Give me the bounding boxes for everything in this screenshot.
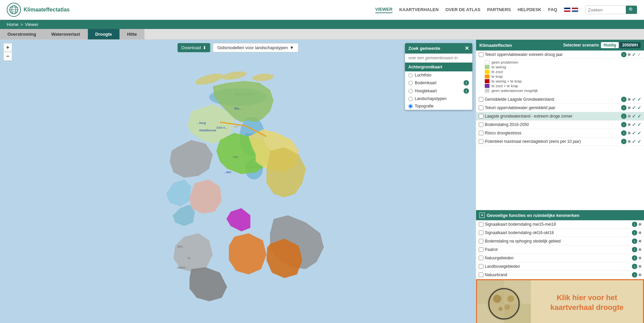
radio-luchtfoto[interactable]: Luchtfoto (405, 71, 472, 79)
layer-row-paalrot: Paalrot i (476, 246, 644, 254)
slider-dot-signaalkaart-okt[interactable] (639, 231, 641, 234)
info-btn-tekort-gemiddeld[interactable]: i (621, 105, 626, 110)
kaart-story-panel[interactable]: Klik hier voor het kaartverhaal droogte (476, 279, 644, 323)
radio-topografie-input[interactable] (408, 104, 413, 108)
slider-dot-bodemdaling-stedelijk[interactable] (639, 240, 641, 243)
check-2050-laagste-grondwater[interactable]: ✓ (637, 114, 641, 119)
slider-dot-signaalkaart-mei[interactable] (639, 223, 641, 226)
slider-dot-natuurbrand[interactable] (639, 273, 641, 276)
layer-checkbox-natuurgebieden[interactable] (479, 256, 483, 260)
check-huidig-risico-droogte[interactable]: ✓ (632, 130, 636, 136)
radio-luchtfoto-input[interactable] (408, 73, 413, 77)
layer-checkbox-laagste-grondwater[interactable] (479, 114, 483, 119)
check-2050-potentieel-neerslag[interactable]: ✓ (637, 139, 641, 144)
slider-dot-laagste-grondwater[interactable] (628, 115, 631, 118)
check-2050-risico-droogte[interactable]: ✓ (637, 130, 641, 136)
slider-dot-paalrot[interactable] (639, 248, 641, 251)
slider-dot-tekort-extreem[interactable] (628, 53, 631, 56)
scenario-huidig-btn[interactable]: Huidig (601, 42, 619, 48)
tab-droogte[interactable]: Droogte (88, 29, 120, 39)
breadcrumb-home[interactable]: Home (7, 22, 19, 27)
gidsmodellen-button[interactable]: Gidsmodellen voor landschapstypen ▼ (213, 43, 298, 52)
scenario-2050wh-btn[interactable]: 2050WH (619, 42, 641, 48)
info-btn-gemiddelde-lgw[interactable]: i (621, 97, 626, 102)
nav-partners[interactable]: PARTNERS (487, 7, 511, 13)
info-btn-laagste-grondwater[interactable]: i (621, 114, 626, 119)
flag-en[interactable] (564, 7, 571, 12)
nav-over[interactable]: OVER DE ATLAS (445, 7, 480, 13)
legend-color-geen-problemen (485, 60, 489, 64)
check-huidig-potentieel-neerslag[interactable]: ✓ (632, 139, 636, 144)
tab-wateroverlast[interactable]: Wateroverlast (44, 29, 88, 39)
check-2050-tekort-extreem[interactable]: ✓ (637, 52, 641, 57)
layer-icons-natuurbrand: i (632, 272, 641, 278)
map-area[interactable]: + − Download ⬇ Gidsmodellen voor landsch… (0, 40, 476, 323)
check-huidig-tekort-extreem[interactable]: ✓ (632, 52, 636, 57)
radio-topografie[interactable]: Topografie (405, 102, 472, 110)
info-btn-paalrot[interactable]: i (632, 247, 637, 252)
layer-checkbox-gemiddelde-lgw[interactable] (479, 97, 483, 102)
slider-dot-potentieel-neerslag[interactable] (628, 140, 631, 143)
check-2050-gemiddelde-lgw[interactable]: ✓ (637, 97, 641, 102)
info-btn-signaalkaart-okt[interactable]: i (632, 230, 637, 235)
slider-dot-natuurgebieden[interactable] (639, 257, 641, 259)
layer-checkbox-tekort-gemiddeld[interactable] (479, 105, 483, 110)
zoom-out-button[interactable]: − (3, 52, 12, 61)
check-2050-tekort-gemiddeld[interactable]: ✓ (637, 105, 641, 110)
layer-checkbox-signaalkaart-okt[interactable] (479, 230, 483, 235)
check-huidig-gemiddelde-lgw[interactable]: ✓ (632, 97, 636, 102)
slider-dot-tekort-gemiddeld[interactable] (628, 106, 631, 109)
check-huidig-tekort-gemiddeld[interactable]: ✓ (632, 105, 636, 110)
nav-viewer[interactable]: VIEWER (375, 7, 393, 13)
check-2050-bodemdaling[interactable]: ✓ (637, 122, 641, 127)
radio-hoogtekaart-label: Hoogtekaart (415, 89, 437, 93)
layer-checkbox-landbouwgebieden[interactable] (479, 264, 483, 269)
layer-row-signaalkaart-okt: Signaalkaart bodemdaling okt16-okt18 i (476, 229, 644, 237)
info-btn-natuurgebieden[interactable]: i (632, 255, 637, 261)
layer-checkbox-bodemdaling-stedelijk[interactable] (479, 239, 483, 244)
layer-row-landbouwgebieden: Landbouwgebieden i (476, 262, 644, 271)
layer-checkbox-potentieel-neerslag[interactable] (479, 139, 483, 144)
search-button[interactable]: 🔍 (626, 6, 637, 14)
info-btn-bodemdaling[interactable]: i (621, 122, 626, 127)
radio-landschapstypen[interactable]: Landschapstypen (405, 95, 472, 102)
slider-dot-bodemdaling[interactable] (628, 123, 631, 126)
info-btn-bodemdaling-stedelijk[interactable]: i (632, 238, 637, 244)
info-btn-tekort-extreem[interactable]: i (621, 52, 626, 57)
info-btn-natuurbrand[interactable]: i (632, 272, 637, 278)
info-btn-landbouwgebieden[interactable]: i (632, 264, 637, 269)
slider-dot-risico-droogte[interactable] (628, 132, 631, 134)
bodemkaart-info-icon[interactable]: i (464, 80, 469, 86)
radio-landschapstypen-input[interactable] (408, 97, 413, 101)
zoom-in-button[interactable]: + (3, 43, 12, 52)
radio-hoogtekaart-input[interactable] (408, 89, 413, 93)
layer-checkbox-tekort-extreem[interactable] (479, 52, 483, 57)
search-input[interactable] (585, 6, 626, 14)
nav-faq[interactable]: FAQ (548, 7, 557, 13)
gevoelige-expand-btn[interactable]: + (479, 213, 485, 218)
tab-hitte[interactable]: Hitte (120, 29, 145, 39)
layer-checkbox-paalrot[interactable] (479, 247, 483, 252)
tab-overstroming[interactable]: Overstroming (0, 29, 44, 39)
layer-checkbox-risico-droogte[interactable] (479, 131, 483, 135)
info-btn-risico-droogte[interactable]: i (621, 130, 626, 136)
layer-checkbox-signaalkaart-mei[interactable] (479, 222, 483, 227)
layer-checkbox-natuurbrand[interactable] (479, 272, 483, 277)
info-btn-potentieel-neerslag[interactable]: i (621, 139, 626, 144)
info-btn-signaalkaart-mei[interactable]: i (632, 222, 637, 227)
hoogtekaart-info-icon[interactable]: i (464, 88, 469, 94)
nav-kaartverhalen[interactable]: KAARTVERHALEN (399, 7, 439, 13)
flag-nl[interactable] (572, 7, 578, 12)
radio-hoogtekaart[interactable]: Hoogtekaart i (405, 87, 472, 95)
radio-bodemkaart-input[interactable] (408, 81, 413, 85)
layer-checkbox-bodemdaling[interactable] (479, 122, 483, 127)
check-huidig-laagste-grondwater[interactable]: ✓ (632, 114, 636, 119)
nav-helpdesk[interactable]: HELPDESK (517, 7, 541, 13)
slider-dot-gemiddelde-lgw[interactable] (628, 98, 631, 101)
radio-bodemkaart[interactable]: Bodemkaart i (405, 79, 472, 87)
download-button[interactable]: Download ⬇ (177, 43, 210, 52)
slider-dot-landbouwgebieden[interactable] (639, 265, 641, 268)
check-huidig-bodemdaling[interactable]: ✓ (632, 122, 636, 127)
gemeente-close-button[interactable]: ✕ (465, 45, 469, 52)
gemeente-input[interactable] (405, 54, 472, 63)
